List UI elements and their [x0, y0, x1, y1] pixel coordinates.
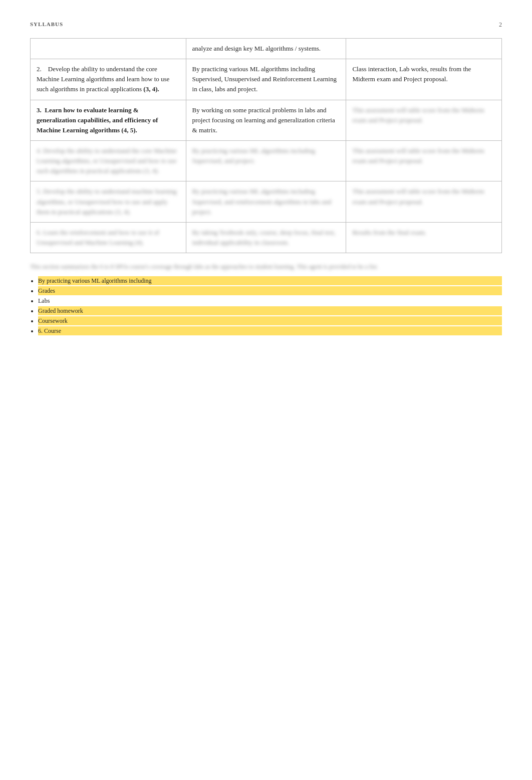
- cell-r0-c1: [31, 39, 186, 59]
- page-title: SYLLABUS: [30, 20, 63, 29]
- assessment-text-3: This assessment will table score from th…: [352, 106, 484, 124]
- bullet-text-6: 6. Course: [38, 326, 61, 335]
- table-row: 6. Learn the reinforcement and how to us…: [31, 222, 502, 253]
- method-text-2: By practicing various ML algorithms incl…: [192, 65, 337, 93]
- bullet-text-3: Labs: [38, 297, 50, 304]
- bullet-text-1: By practicing various ML algorithms incl…: [38, 276, 152, 285]
- cell-r5-c3: Results from the final exam.: [346, 222, 502, 253]
- table-row: 3. Learn how to evaluate learning & gene…: [31, 100, 502, 140]
- outcome-text-3: Learn how to evaluate learning & general…: [37, 106, 158, 134]
- outcome-text-6: 6. Learn the reinforcement and how to us…: [37, 229, 159, 246]
- method-text-6: By taking Textbook only, course, deep fo…: [192, 229, 336, 246]
- cell-r5-c1: 6. Learn the reinforcement and how to us…: [31, 222, 186, 253]
- cell-r4-c1: 5. Develop the ability to understand mac…: [31, 181, 186, 222]
- cell-r1-c2: By practicing various ML algorithms incl…: [186, 59, 346, 100]
- page-number: 2: [499, 20, 502, 29]
- cell-r3-c1: 4. Develop the ability to understand the…: [31, 140, 186, 181]
- outcome-number-2: 2.: [37, 65, 42, 73]
- method-text-5: By practicing various ML algorithms incl…: [192, 187, 332, 215]
- outcome-refs-2: (3, 4).: [143, 85, 159, 93]
- outcome-refs-3: (4, 5).: [121, 126, 137, 134]
- footer-note: This section summarizes the 6 to 8 SPOs …: [30, 262, 502, 271]
- list-item: Labs: [38, 296, 502, 305]
- assessment-text-4: This assessment will table score from th…: [352, 147, 484, 164]
- table-row: 5. Develop the ability to understand mac…: [31, 181, 502, 222]
- text-analyze: analyze and design key ML algorithms / s…: [192, 45, 321, 52]
- cell-r4-c3: This assessment will table score from th…: [346, 181, 502, 222]
- cell-r2-c1: 3. Learn how to evaluate learning & gene…: [31, 100, 186, 140]
- cell-r0-c2: analyze and design key ML algorithms / s…: [186, 39, 346, 59]
- footer-note-text: This section summarizes the 6 to 8 SPOs …: [30, 263, 378, 270]
- footer-bullet-list: By practicing various ML algorithms incl…: [30, 276, 502, 335]
- outcome-text-5: 5. Develop the ability to understand mac…: [37, 187, 176, 215]
- cell-r3-c2: By practicing various ML algorithms incl…: [186, 140, 346, 181]
- cell-r2-c2: By working on some practical problems in…: [186, 100, 346, 140]
- list-item: Coursework: [38, 316, 502, 325]
- bullet-text-5: Coursework: [38, 316, 68, 325]
- list-item: By practicing various ML algorithms incl…: [38, 276, 502, 285]
- table-row: 4. Develop the ability to understand the…: [31, 140, 502, 181]
- cell-r1-c3: Class interaction, Lab works, results fr…: [346, 59, 502, 100]
- bullet-text-2: Grades: [38, 286, 55, 295]
- list-item: Graded homework: [38, 306, 502, 315]
- page-header: SYLLABUS 2: [30, 20, 502, 29]
- table-row: 2. Develop the ability to understand the…: [31, 59, 502, 100]
- table-row: analyze and design key ML algorithms / s…: [31, 39, 502, 59]
- method-text-4: By practicing various ML algorithms incl…: [192, 147, 315, 164]
- list-item: Grades: [38, 286, 502, 295]
- assessment-text-2: Class interaction, Lab works, results fr…: [352, 65, 471, 83]
- bullet-text-4: Graded homework: [38, 306, 83, 315]
- outcome-number-3: 3.: [37, 106, 42, 114]
- cell-r1-c1: 2. Develop the ability to understand the…: [31, 59, 186, 100]
- method-text-3: By working on some practical problems in…: [192, 106, 335, 134]
- cell-r2-c3: This assessment will table score from th…: [346, 100, 502, 140]
- cell-r4-c2: By practicing various ML algorithms incl…: [186, 181, 346, 222]
- cell-r5-c2: By taking Textbook only, course, deep fo…: [186, 222, 346, 253]
- assessment-text-6: Results from the final exam.: [352, 229, 426, 236]
- list-item: 6. Course: [38, 326, 502, 335]
- outcome-text-4: 4. Develop the ability to understand the…: [37, 147, 177, 174]
- syllabus-table: analyze and design key ML algorithms / s…: [30, 38, 502, 253]
- cell-r3-c3: This assessment will table score from th…: [346, 140, 502, 181]
- cell-r0-c3: [346, 39, 502, 59]
- assessment-text-5: This assessment will table score from th…: [352, 187, 484, 205]
